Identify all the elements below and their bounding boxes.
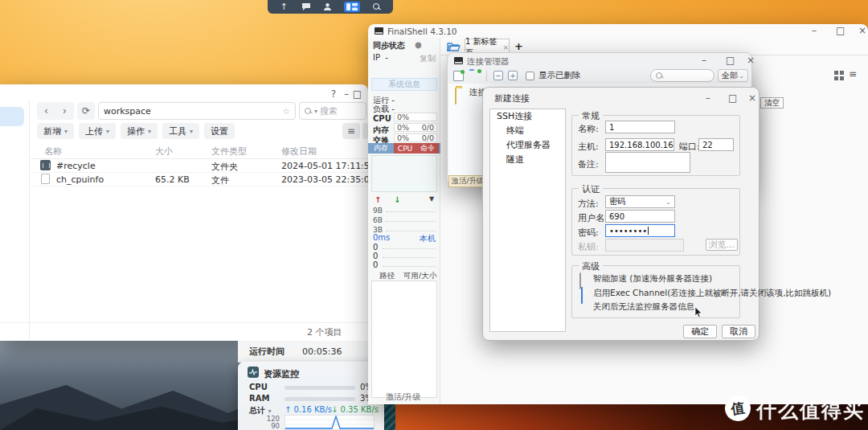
password-input[interactable]: •••••••• (605, 224, 675, 237)
minimize-icon[interactable]: – (702, 55, 706, 65)
divider (31, 186, 368, 186)
group-auth-label: 认证 (579, 183, 603, 195)
new-folder-icon[interactable] (469, 71, 480, 81)
close-icon[interactable]: × (858, 26, 866, 35)
uptime-widget: 运行时间 00:05:36 (238, 341, 384, 362)
tools-button[interactable]: 工具▾ (162, 123, 199, 139)
column-date[interactable]: 修改日期 (281, 145, 317, 158)
browse-button[interactable]: 浏览... (706, 239, 738, 251)
divider (31, 158, 368, 159)
net-zero: 0 (373, 252, 378, 260)
maximize-icon[interactable]: □ (726, 55, 735, 65)
minimize-icon[interactable]: – (344, 89, 349, 99)
app-icon (375, 27, 383, 35)
column-size[interactable]: 大小 (155, 145, 173, 158)
action-button[interactable]: 操作▾ (121, 123, 158, 139)
net-scale: 9B (373, 207, 383, 215)
nav-item-proxy[interactable]: 代理服务器 (490, 138, 565, 153)
activate-upgrade-link[interactable]: 激活/升级 (386, 391, 420, 403)
copy-link[interactable]: 复制 (420, 53, 436, 64)
expand-all-icon[interactable]: + (508, 71, 518, 80)
username-input[interactable]: 690 (605, 210, 675, 223)
star-icon[interactable]: ☆ (282, 106, 290, 117)
search-icon[interactable] (371, 2, 383, 12)
pin-icon[interactable]: ↑ (278, 2, 289, 12)
cancel-button[interactable]: 取消 (722, 325, 755, 338)
mem-label: 内存 (373, 125, 389, 136)
settings-button[interactable]: 设置 (204, 123, 235, 139)
clear-button[interactable]: 清空 (760, 97, 784, 109)
user-icon[interactable] (322, 2, 334, 12)
tab-close-icon[interactable]: × (502, 43, 509, 51)
download-arrow-icon: ↓ (394, 195, 400, 204)
chat-icon[interactable] (301, 2, 312, 12)
nav-item-ssh[interactable]: SSH连接 (490, 109, 565, 124)
exec-channel-checkbox[interactable] (581, 287, 583, 304)
note-textarea[interactable] (605, 152, 690, 173)
resource-monitor-widget: 资源监控 CPU 0% RAM 3% 总计 ▾ ↑ 0.16 KB/s ↓ 0.… (238, 362, 384, 430)
port-label: 端口: (679, 141, 700, 153)
chevron-down-icon: ▾ (190, 128, 193, 135)
help-icon[interactable]: ? (331, 89, 336, 99)
new-connection-icon[interactable] (453, 71, 464, 81)
chevron-down-icon: ⌄ (739, 72, 744, 80)
grid-view-icon[interactable] (834, 68, 844, 84)
chevron-down-icon[interactable]: ▼ (429, 195, 434, 203)
maximize-icon[interactable]: □ (836, 26, 845, 35)
download-rate: ↓ 0.35 KB/s (331, 405, 379, 414)
sync-status-label: 同步状态 (373, 40, 405, 51)
recycle-icon (40, 160, 51, 170)
method-value: 密码 (609, 196, 625, 207)
chart-tick-90: 90 (264, 422, 280, 430)
chevron-down-icon: ▾ (148, 128, 151, 135)
show-deleted-label: 显示已删除 (538, 70, 581, 81)
maximize-icon[interactable]: □ (728, 93, 737, 103)
maximize-icon[interactable]: □ (353, 89, 362, 99)
view-options-icon[interactable] (362, 123, 368, 139)
host-label: 主机: (578, 141, 599, 153)
forward-icon[interactable]: › (55, 105, 74, 117)
filter-dropdown[interactable]: 全部 ⌄ (718, 69, 748, 82)
nav-item-tunnel[interactable]: 隧道 (490, 153, 565, 167)
name-label: 名称: (578, 123, 599, 135)
method-select[interactable]: 密码 ⌄ (605, 195, 675, 208)
window-title: 连接管理器 (467, 56, 510, 68)
show-deleted-checkbox[interactable] (526, 72, 534, 80)
name-input[interactable]: 1 (605, 121, 675, 133)
upload-button[interactable]: 上传▾ (79, 123, 116, 139)
column-type[interactable]: 文件类型 (211, 145, 247, 158)
minimize-icon[interactable]: – (706, 93, 710, 103)
close-icon[interactable]: × (748, 93, 756, 103)
ok-button[interactable]: 确定 (683, 325, 717, 338)
widgets-icon[interactable] (344, 2, 360, 12)
sysinfo-box[interactable]: 系统信息 (371, 78, 437, 91)
collapse-all-icon[interactable]: − (493, 71, 503, 80)
close-icon[interactable]: × (747, 55, 755, 65)
search-box[interactable]: ▾ 搜索 (299, 102, 366, 120)
mouse-cursor (694, 306, 703, 321)
tab-memory[interactable]: 内存 (368, 143, 394, 154)
minimize-icon[interactable]: – (812, 26, 817, 35)
cpu-label: CPU (373, 114, 391, 123)
tab-command[interactable]: 命令 (416, 143, 439, 154)
back-icon[interactable]: ‹ (37, 105, 55, 117)
plus-dot (461, 70, 465, 74)
list-view-icon[interactable]: ≡ (849, 68, 857, 80)
nav-item-terminal[interactable]: 终端 (490, 124, 565, 138)
view-list-icon[interactable]: ≡ (342, 123, 360, 139)
tab-cpu[interactable]: CPU (394, 143, 416, 154)
disk-table (371, 281, 437, 398)
column-name[interactable]: 名称 (44, 145, 62, 158)
private-key-input[interactable] (605, 239, 684, 252)
port-input[interactable]: 22 (698, 138, 734, 151)
host-input[interactable]: 192.168.100.164 (605, 138, 674, 151)
refresh-icon[interactable]: ⟳ (77, 102, 95, 120)
conn-search-box[interactable] (650, 69, 714, 82)
sidebar-selected-item[interactable] (0, 107, 24, 126)
window-title: FinalShell 4.3.10 (387, 27, 457, 36)
chevron-down-icon: ⌄ (665, 199, 671, 206)
file-station-window: ? – □ ‹ › ⟳ workspace ☆ ▾ 搜索 新增▾ 上传▾ 操作▾… (0, 84, 368, 341)
new-tab-icon[interactable]: + (514, 40, 523, 52)
address-bar[interactable]: workspace ☆ (98, 102, 296, 120)
new-button[interactable]: 新增▾ (37, 123, 74, 139)
